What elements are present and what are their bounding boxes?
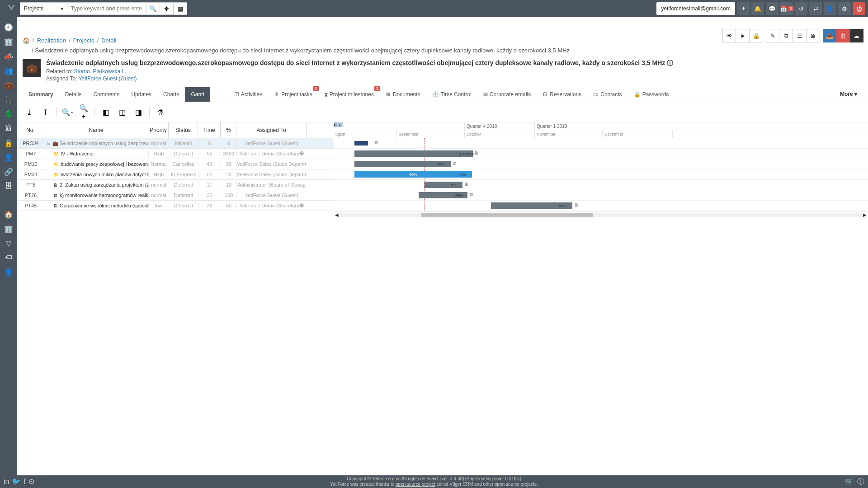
- sidebar-finance[interactable]: 💲: [0, 107, 17, 121]
- related-to-link[interactable]: Storno. Piątkowska L.: [74, 68, 126, 75]
- expand-toggle[interactable]: ⊟: [47, 141, 51, 145]
- duplicate-button[interactable]: ⧉: [779, 34, 793, 42]
- sidebar-companies[interactable]: 🏢: [0, 34, 17, 49]
- tab-comments[interactable]: Comments: [87, 87, 125, 102]
- sidebar-buildings[interactable]: 🏢: [0, 221, 17, 236]
- sidebar-database[interactable]: 🗄: [0, 179, 17, 193]
- info-icon[interactable]: ⓘ: [667, 59, 673, 66]
- gantt-row[interactable]: PT5🗎2. Zakup usług zarządzania projektem…: [17, 180, 334, 190]
- watch-button[interactable]: 👁: [722, 34, 736, 42]
- gantt-bar[interactable]: [354, 150, 473, 157]
- user-button[interactable]: 👤: [824, 2, 836, 15]
- sidebar-security[interactable]: 🔒: [0, 136, 17, 150]
- delete-button[interactable]: 🗑: [836, 34, 850, 42]
- chat-button[interactable]: 💬: [766, 2, 778, 15]
- layout-right-button[interactable]: ◨: [133, 107, 144, 117]
- tab-updates[interactable]: Updates: [125, 87, 157, 102]
- layout-left-button[interactable]: ◧: [100, 107, 111, 117]
- expand-all-button[interactable]: ⤓: [24, 107, 34, 117]
- sidebar-campaigns[interactable]: 📣: [0, 49, 17, 63]
- facebook-icon[interactable]: f: [24, 477, 25, 486]
- list-button[interactable]: ☰: [793, 34, 807, 42]
- sidebar-filter[interactable]: ▽: [0, 236, 17, 250]
- col-header-name[interactable]: Name: [44, 122, 148, 138]
- history-button[interactable]: ↺: [795, 2, 807, 15]
- tab-activities[interactable]: ☑Activities: [228, 87, 268, 102]
- tab-contacts[interactable]: 🗂Contacts: [587, 87, 627, 102]
- linkedin-icon[interactable]: in: [4, 477, 9, 486]
- zoom-out-button[interactable]: 🔍-: [62, 107, 73, 117]
- tab-project-tasks[interactable]: 🗎Project tasks3: [268, 87, 318, 102]
- edit-button[interactable]: ✎: [766, 34, 779, 42]
- sidebar-tags[interactable]: 🏷: [0, 250, 17, 265]
- gantt-row[interactable]: PM7📁IV - Wdrożenie:HighDeferred528392Yet…: [17, 149, 334, 159]
- info-icon[interactable]: ⓘ: [857, 477, 864, 486]
- tab-summary[interactable]: Summary: [23, 87, 59, 102]
- footer-link[interactable]: open source project: [396, 482, 435, 487]
- tab-corporate-emails[interactable]: ✉Corporate emails: [477, 87, 537, 102]
- sidebar-projects[interactable]: 💼: [0, 78, 17, 92]
- gantt-nav-next[interactable]: ▸: [337, 122, 343, 127]
- tab-documents[interactable]: 🗎Documents: [380, 87, 426, 102]
- cart-icon[interactable]: 🛒: [844, 477, 854, 486]
- document-button[interactable]: 🗎: [807, 34, 820, 42]
- global-search-input[interactable]: [67, 2, 146, 15]
- tab-reservations[interactable]: 🗓Reservations: [537, 87, 587, 102]
- breadcrumb-projects[interactable]: Projects: [73, 37, 94, 44]
- sidebar-inventory[interactable]: 🏛: [0, 121, 17, 136]
- breadcrumb-realization[interactable]: Realization: [37, 37, 66, 44]
- tab-charts[interactable]: Charts: [157, 87, 185, 102]
- gantt-nav-today[interactable]: ●: [334, 122, 337, 127]
- sidebar-profile[interactable]: 👤: [0, 265, 17, 279]
- gantt-row[interactable]: PM10📁budowanie pracy zespołowej i bazowa…: [17, 159, 334, 169]
- lock-button[interactable]: 🔒: [750, 34, 763, 42]
- notifications-button[interactable]: 🔔: [751, 2, 764, 15]
- scroll-thumb[interactable]: [421, 213, 593, 217]
- tab-project-milestones[interactable]: ⧗Project milestones3: [318, 87, 380, 102]
- app-logo[interactable]: [3, 0, 20, 17]
- zoom-in-button[interactable]: 🔍+: [78, 107, 89, 117]
- layout-split-button[interactable]: ◫: [117, 107, 127, 117]
- grid-search-button[interactable]: ▦: [174, 2, 187, 15]
- github-icon[interactable]: ⊙: [28, 477, 34, 486]
- gantt-bar[interactable]: [354, 141, 368, 145]
- gantt-row[interactable]: PT45🗎Opracowanie wspólnej metodyki (spos…: [17, 201, 334, 211]
- col-header-pct[interactable]: %: [221, 122, 236, 138]
- tab-time-control[interactable]: 🕘Time Control: [426, 87, 477, 102]
- col-header-status[interactable]: Status: [169, 122, 198, 138]
- breadcrumb-home[interactable]: 🏠: [23, 37, 30, 44]
- sidebar-integration[interactable]: 🔗: [0, 164, 17, 179]
- twitter-icon[interactable]: 🐦: [12, 477, 21, 486]
- col-header-assigned[interactable]: Assigned To: [236, 122, 307, 138]
- col-header-time[interactable]: Time: [198, 122, 221, 138]
- send-button[interactable]: ➤: [736, 34, 750, 42]
- module-selector[interactable]: Projects ▾: [20, 2, 67, 15]
- scroll-right[interactable]: ▶: [862, 212, 868, 217]
- breadcrumb-detail[interactable]: Detail: [101, 37, 116, 44]
- gantt-bar[interactable]: [425, 182, 462, 188]
- sidebar-support[interactable]: 🎧: [0, 92, 17, 107]
- filter-button[interactable]: ⚗: [155, 107, 166, 117]
- col-header-priority[interactable]: Priority: [148, 122, 169, 138]
- quick-create-button[interactable]: ＋: [737, 2, 750, 15]
- settings-button[interactable]: ⚙: [838, 2, 851, 15]
- col-header-no[interactable]: No.: [17, 122, 44, 138]
- tab-details[interactable]: Details: [59, 87, 88, 102]
- assigned-to-link[interactable]: YetiForce Guest (Guest): [79, 75, 137, 82]
- calendar-button[interactable]: 📅6: [780, 2, 793, 15]
- sidebar-leads[interactable]: 👥: [0, 63, 17, 78]
- archive-button[interactable]: 📥: [823, 34, 836, 42]
- tab-passwords[interactable]: 🔒Passwords: [628, 87, 675, 102]
- user-email[interactable]: yetiforcetestmail@gmail.com: [656, 2, 735, 15]
- search-button[interactable]: 🔍: [146, 2, 160, 15]
- tabs-more[interactable]: More ▾: [835, 87, 863, 102]
- transfer-button[interactable]: ⇄: [809, 2, 822, 15]
- gantt-row[interactable]: PM33📁tworzenia nowych mikro-planów dotyc…: [17, 169, 334, 180]
- sidebar-home[interactable]: 🏠: [0, 207, 17, 221]
- sidebar-dashboard[interactable]: 🕘: [0, 20, 17, 34]
- advanced-search-button[interactable]: ✥: [160, 2, 174, 15]
- gantt-bar[interactable]: [354, 161, 451, 167]
- scroll-track[interactable]: [340, 213, 862, 217]
- collapse-all-button[interactable]: ⤒: [40, 107, 51, 117]
- gantt-row[interactable]: PROJ4⊟💼Świadczenie odpłatnych usług bezp…: [17, 138, 334, 149]
